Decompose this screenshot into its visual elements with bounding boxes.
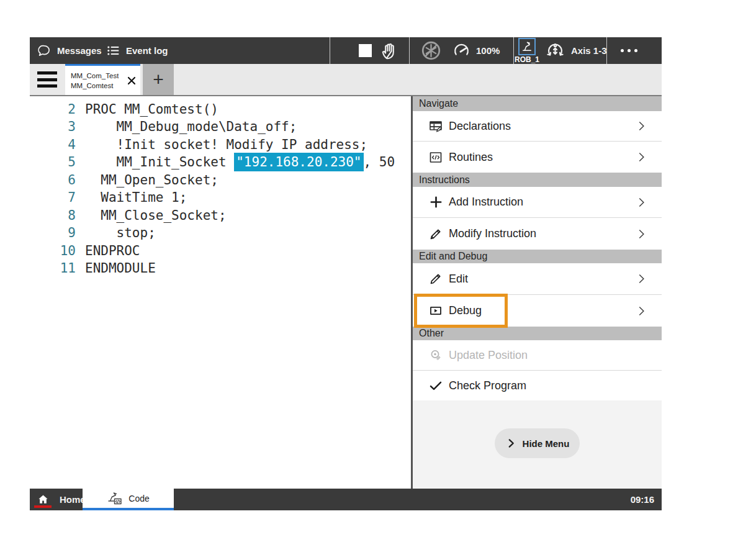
menu-item-edit[interactable]: Edit — [413, 263, 662, 295]
chevron-right-icon — [634, 227, 648, 241]
home-label: Home — [60, 494, 86, 505]
chevron-right-icon — [634, 150, 648, 164]
line-number: 5 — [30, 153, 76, 171]
code-line[interactable]: 10ENDPROC — [30, 242, 411, 260]
code-line[interactable]: 2PROC MM_Comtest() — [30, 101, 411, 118]
chevron-right-icon — [634, 272, 648, 286]
more-options-button[interactable] — [621, 37, 637, 64]
checkmark-icon — [428, 378, 443, 393]
topbar-divider — [330, 37, 330, 64]
menu-item-modify-instruction[interactable]: Modify Instruction — [413, 218, 662, 250]
event-log-label: Event log — [126, 45, 168, 56]
hamburger-icon — [37, 71, 57, 75]
section-header-instructions: Instructions — [413, 173, 662, 187]
event-log-button[interactable]: Event log — [106, 37, 168, 64]
code-line[interactable]: 5 MM_Init_Socket "192.168.20.230", 50 — [30, 153, 411, 171]
plus-icon: + — [153, 69, 164, 90]
line-number: 2 — [30, 101, 76, 118]
topbar-divider — [409, 37, 410, 64]
robot-selector-button[interactable]: ROB_1 — [513, 38, 541, 64]
speed-gauge-icon — [452, 41, 471, 60]
pencil-icon — [428, 227, 443, 242]
declarations-icon — [428, 119, 443, 133]
hide-menu-button[interactable]: Hide Menu — [495, 428, 580, 458]
line-number: 4 — [30, 136, 76, 153]
hamburger-menu-button[interactable] — [37, 71, 57, 88]
menu-item-routines[interactable]: Routines — [413, 142, 662, 173]
line-number: 9 — [30, 224, 76, 242]
menu-item-label: Update Position — [449, 349, 528, 362]
chevron-right-icon — [634, 304, 648, 318]
topbar-divider — [606, 37, 607, 64]
stop-icon — [359, 44, 372, 57]
axis-jog-button[interactable]: Axis 1-3 — [544, 37, 607, 64]
editor-tab-bar: MM_Com_Test MM_Comtest + — [30, 64, 662, 96]
debug-play-icon — [428, 304, 443, 318]
chevron-right-icon — [505, 438, 516, 449]
line-number: 8 — [30, 207, 76, 224]
code-app-tab[interactable]: Code — [83, 489, 174, 510]
selected-ip-string[interactable]: "192.168.20.230" — [234, 153, 363, 171]
home-icon — [37, 494, 49, 505]
bottom-task-bar: Home Code 09:16 — [30, 489, 662, 510]
section-header-other: Other — [413, 327, 662, 340]
axis-rotate-icon — [544, 40, 566, 61]
motors-off-icon — [420, 39, 443, 62]
messages-button[interactable]: Messages — [36, 37, 102, 64]
manual-mode-button[interactable] — [379, 37, 400, 64]
context-menu-panel: Navigate Declarations — [413, 96, 662, 489]
menu-item-label: Declarations — [449, 120, 511, 133]
code-line[interactable]: 4 !Init socket! Modify IP address; — [30, 136, 411, 153]
menu-item-debug[interactable]: Debug — [413, 295, 662, 327]
close-tab-button[interactable] — [126, 75, 137, 86]
screen: Messages Event log — [0, 0, 756, 542]
panel-footer: Hide Menu — [413, 400, 662, 489]
section-header-navigate: Navigate — [413, 96, 662, 111]
new-tab-button[interactable]: + — [143, 64, 174, 95]
line-number: 10 — [30, 242, 76, 260]
line-number: 11 — [30, 260, 76, 277]
module-tab[interactable]: MM_Com_Test MM_Comtest — [65, 64, 140, 95]
code-line[interactable]: 3 MM_Debug_mode\Data_off; — [30, 118, 411, 135]
messages-label: Messages — [57, 45, 102, 56]
module-tab-title: MM_Com_Test MM_Comtest — [65, 71, 119, 91]
stop-button[interactable] — [359, 37, 372, 64]
code-line[interactable]: 7 WaitTime 1; — [30, 189, 411, 206]
robot-arm-icon — [518, 38, 536, 55]
menu-item-label: Debug — [449, 304, 482, 317]
top-status-bar: Messages Event log — [30, 37, 662, 64]
code-line[interactable]: 11ENDMODULE — [30, 260, 411, 277]
menu-item-label: Edit — [449, 273, 468, 286]
event-log-icon — [106, 43, 121, 58]
close-icon — [127, 76, 136, 85]
ellipsis-icon — [621, 49, 624, 52]
robot-name: ROB_1 — [515, 55, 539, 64]
routines-icon — [428, 150, 443, 165]
add-icon — [428, 195, 443, 210]
menu-item-add-instruction[interactable]: Add Instruction — [413, 187, 662, 218]
speed-button[interactable]: 100% — [452, 37, 500, 64]
section-header-edit-debug: Edit and Debug — [413, 250, 662, 263]
menu-item-label: Routines — [449, 151, 493, 164]
code-editor[interactable]: 2PROC MM_Comtest() 3 MM_Debug_mode\Data_… — [30, 96, 413, 489]
menu-item-label: Add Instruction — [449, 196, 523, 209]
speech-bubble-icon — [36, 43, 52, 59]
code-line[interactable]: 9 stop; — [30, 224, 411, 242]
motors-off-button[interactable] — [420, 37, 443, 64]
chevron-right-icon — [634, 119, 648, 133]
code-app-icon — [107, 491, 123, 506]
chevron-right-icon — [634, 196, 648, 209]
home-active-underline — [34, 505, 52, 508]
menu-item-label: Check Program — [449, 379, 526, 392]
main-area: 2PROC MM_Comtest() 3 MM_Debug_mode\Data_… — [30, 96, 662, 489]
home-button[interactable]: Home — [36, 489, 86, 510]
menu-item-label: Modify Instruction — [449, 227, 536, 240]
hide-menu-label: Hide Menu — [523, 438, 570, 449]
line-number: 3 — [30, 118, 76, 135]
menu-item-check-program[interactable]: Check Program — [413, 371, 662, 400]
code-line[interactable]: 8 MM_Close_Socket; — [30, 207, 411, 224]
speed-value: 100% — [476, 45, 500, 56]
menu-item-declarations[interactable]: Declarations — [413, 111, 662, 142]
code-line[interactable]: 6 MM_Open_Socket; — [30, 171, 411, 189]
axis-label: Axis 1-3 — [571, 45, 607, 56]
